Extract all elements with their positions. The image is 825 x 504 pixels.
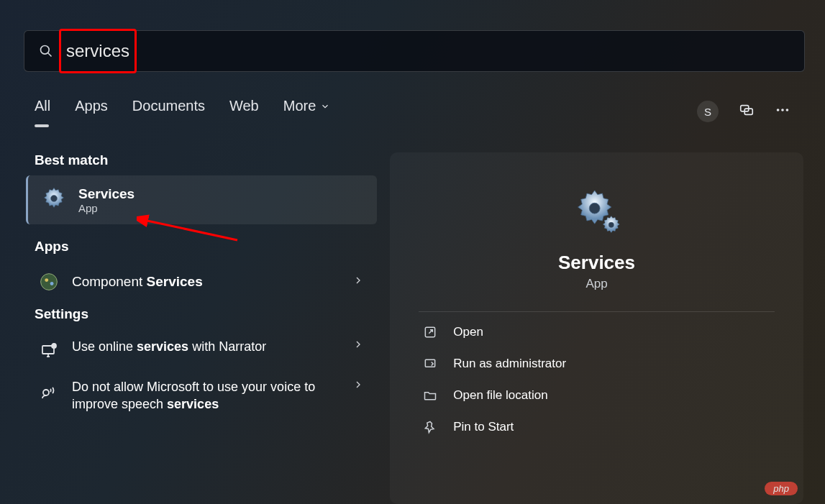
svg-point-8	[41, 274, 58, 290]
folder-icon	[423, 388, 437, 403]
admin-icon	[423, 357, 437, 371]
preview-actions: Open Run as administrator Open file loca…	[419, 316, 775, 443]
preview-pane: Services App Open Run as administrator O…	[390, 152, 803, 504]
monitor-icon	[39, 341, 59, 361]
result-voice-services[interactable]: Do not allow Microsoft to use your voice…	[26, 370, 377, 422]
svg-point-4	[777, 109, 780, 111]
action-pin-start[interactable]: Pin to Start	[419, 411, 775, 443]
user-avatar[interactable]: S	[697, 101, 719, 122]
result-label: Component Services	[72, 272, 364, 291]
action-open[interactable]: Open	[419, 316, 775, 348]
best-match-item[interactable]: Services App	[26, 175, 377, 224]
settings-header: Settings	[35, 306, 377, 322]
tab-web[interactable]: Web	[229, 98, 259, 114]
top-right-controls: S	[697, 101, 790, 122]
svg-point-7	[51, 196, 58, 202]
chevron-right-icon	[352, 274, 364, 290]
tab-more-label: More	[283, 98, 316, 114]
tab-apps[interactable]: Apps	[75, 98, 108, 114]
action-open-location[interactable]: Open file location	[419, 380, 775, 411]
search-icon	[39, 44, 53, 58]
results-column: Best match Services App Apps Component S…	[26, 152, 377, 504]
search-bar[interactable]	[24, 30, 805, 72]
watermark: php	[765, 482, 798, 495]
svg-point-17	[609, 222, 614, 227]
gear-icon	[573, 187, 621, 237]
svg-point-0	[41, 46, 50, 55]
component-services-icon	[39, 272, 59, 292]
best-match-title: Services	[78, 186, 135, 202]
gear-icon	[41, 185, 67, 214]
main-area: Best match Services App Apps Component S…	[26, 152, 803, 504]
action-run-admin[interactable]: Run as administrator	[419, 348, 775, 380]
pin-icon	[423, 420, 437, 434]
result-label: Use online services with Narrator	[72, 338, 364, 355]
svg-point-16	[589, 203, 600, 214]
svg-rect-19	[426, 359, 435, 367]
best-match-text: Services App	[78, 186, 135, 214]
divider	[419, 311, 775, 312]
svg-point-10	[50, 282, 54, 285]
chevron-right-icon	[352, 378, 364, 394]
svg-point-6	[786, 109, 789, 111]
open-icon	[423, 325, 437, 339]
more-icon[interactable]	[775, 102, 790, 121]
filter-tabs: All Apps Documents Web More	[35, 98, 330, 114]
apps-header: Apps	[35, 239, 377, 255]
chat-icon[interactable]	[739, 102, 755, 121]
chevron-down-icon	[320, 101, 330, 111]
search-input[interactable]	[66, 41, 804, 61]
best-match-subtitle: App	[78, 202, 135, 214]
svg-point-14	[52, 344, 56, 348]
svg-point-15	[43, 390, 49, 395]
best-match-header: Best match	[35, 152, 377, 168]
result-label: Do not allow Microsoft to use your voice…	[72, 378, 364, 413]
result-component-services[interactable]: Component Services	[26, 262, 377, 302]
svg-point-5	[781, 109, 784, 111]
voice-icon	[39, 381, 59, 401]
result-narrator-services[interactable]: Use online services with Narrator	[26, 329, 377, 370]
tab-all[interactable]: All	[35, 98, 50, 114]
tab-documents[interactable]: Documents	[132, 98, 205, 114]
tab-more[interactable]: More	[283, 98, 331, 114]
svg-point-9	[45, 278, 48, 282]
chevron-right-icon	[352, 338, 364, 354]
preview-title: Services	[558, 252, 635, 274]
preview-subtitle: App	[585, 277, 607, 291]
svg-line-1	[48, 53, 52, 57]
